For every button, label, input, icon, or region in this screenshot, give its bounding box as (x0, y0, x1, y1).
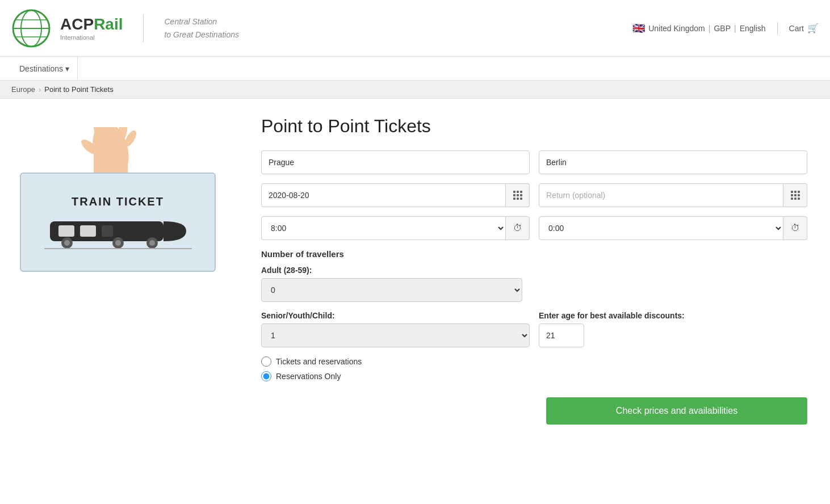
logo-divider (143, 14, 144, 43)
logo-subtext: International (60, 34, 123, 41)
country-label: United Kingdom (648, 24, 705, 33)
check-button-container: Check prices and availabilities (261, 393, 807, 425)
return-time-wrapper: 0:001:002:003:004:005:006:007:008:009:00… (539, 216, 807, 240)
breadcrumb-separator: › (39, 85, 41, 94)
return-calendar-button[interactable] (783, 183, 807, 207)
main-area: TRAIN TICKET (0, 99, 830, 504)
tickets-reservations-radio[interactable] (261, 356, 271, 367)
travellers-title: Number of travellers (261, 249, 807, 259)
flag-icon: 🇬🇧 (632, 22, 645, 35)
senior-select[interactable]: 0123456789 (261, 324, 530, 347)
depart-time-group: 0:001:002:003:004:005:006:007:008:009:00… (261, 216, 530, 240)
breadcrumb: Europe › Point to Point Tickets (0, 81, 830, 99)
reservations-only-radio[interactable] (261, 371, 271, 381)
return-clock-icon: ⏱ (791, 223, 800, 233)
return-date-wrapper (539, 183, 807, 207)
logo-name: ACPRail (60, 15, 123, 34)
destinations-nav-item[interactable]: Destinations ▾ (11, 57, 78, 80)
reservations-only-label: Reservations Only (276, 372, 341, 381)
adult-label: Adult (28-59): (261, 266, 807, 275)
time-row: 0:001:002:003:004:005:006:007:008:009:00… (261, 216, 807, 240)
navbar: Destinations ▾ (0, 57, 830, 81)
date-row (261, 183, 807, 207)
svg-point-21 (149, 240, 155, 246)
logo-area: ACPRail International Central Station to… (11, 9, 239, 48)
cart-area[interactable]: Cart 🛒 (787, 23, 819, 33)
svg-rect-13 (58, 225, 74, 237)
to-input[interactable] (539, 150, 807, 174)
svg-rect-15 (102, 225, 113, 237)
age-input[interactable] (539, 324, 584, 347)
image-area: TRAIN TICKET (0, 99, 238, 504)
adult-section: Adult (28-59): 0123456789 (261, 266, 807, 302)
ticket-illustration: TRAIN TICKET (17, 127, 221, 286)
svg-point-19 (115, 240, 121, 246)
reservations-only-radio-item[interactable]: Reservations Only (261, 371, 807, 381)
page-title: Point to Point Tickets (261, 116, 807, 137)
cart-icon: 🛒 (807, 23, 819, 33)
return-time-group: 0:001:002:003:004:005:006:007:008:009:00… (539, 216, 807, 240)
form-area: Point to Point Tickets (238, 99, 830, 504)
senior-section: Senior/Youth/Child: 0123456789 (261, 311, 530, 347)
to-field-group (539, 150, 807, 174)
return-date-input[interactable] (539, 183, 783, 207)
depart-date-group (261, 183, 530, 207)
chevron-down-icon: ▾ (65, 64, 69, 73)
age-label: Enter age for best available discounts: (539, 311, 807, 320)
logo-tagline: Central Station to Great Destinations (164, 15, 239, 41)
check-prices-button[interactable]: Check prices and availabilities (546, 397, 807, 425)
age-section: Enter age for best available discounts: (539, 311, 807, 347)
calendar-icon (513, 191, 522, 200)
from-to-row (261, 150, 807, 174)
depart-time-select[interactable]: 0:001:002:003:004:005:006:007:008:009:00… (261, 216, 506, 240)
ticket-card: TRAIN TICKET (20, 173, 216, 272)
depart-clock-button[interactable]: ⏱ (506, 216, 530, 240)
depart-date-input[interactable] (261, 183, 506, 207)
breadcrumb-current-page: Point to Point Tickets (44, 85, 113, 94)
svg-rect-14 (80, 225, 96, 237)
currency-label: GBP (714, 24, 731, 33)
adult-select[interactable]: 0123456789 (261, 278, 522, 302)
logo-text: ACPRail International (60, 15, 123, 41)
clock-icon: ⏱ (513, 223, 522, 233)
depart-time-wrapper: 0:001:002:003:004:005:006:007:008:009:00… (261, 216, 530, 240)
return-date-group (539, 183, 807, 207)
ticket-label: TRAIN TICKET (72, 195, 164, 208)
senior-age-row: Senior/Youth/Child: 0123456789 Enter age… (261, 311, 807, 347)
svg-point-17 (64, 240, 70, 246)
return-clock-button[interactable]: ⏱ (783, 216, 807, 240)
travellers-section: Number of travellers Adult (28-59): 0123… (261, 249, 807, 347)
header-right: 🇬🇧 United Kingdom | GBP | English Cart 🛒 (632, 22, 819, 35)
language-label: English (740, 24, 766, 33)
tickets-reservations-label: Tickets and reservations (276, 357, 362, 366)
tickets-reservations-radio-item[interactable]: Tickets and reservations (261, 356, 807, 367)
senior-label: Senior/Youth/Child: (261, 311, 530, 320)
from-field-group (261, 150, 530, 174)
locale-area[interactable]: 🇬🇧 United Kingdom | GBP | English (632, 22, 777, 35)
return-time-select[interactable]: 0:001:002:003:004:005:006:007:008:009:00… (539, 216, 783, 240)
from-input[interactable] (261, 150, 530, 174)
train-icon (44, 213, 192, 250)
depart-calendar-button[interactable] (506, 183, 530, 207)
destinations-label: Destinations (19, 64, 63, 73)
logo-globe-icon (11, 9, 51, 48)
header: ACPRail International Central Station to… (0, 0, 830, 57)
return-calendar-icon (791, 191, 800, 200)
breadcrumb-europe[interactable]: Europe (11, 85, 35, 94)
ticket-type-radio-group: Tickets and reservations Reservations On… (261, 356, 807, 381)
cart-label: Cart (789, 24, 804, 33)
depart-date-wrapper (261, 183, 530, 207)
